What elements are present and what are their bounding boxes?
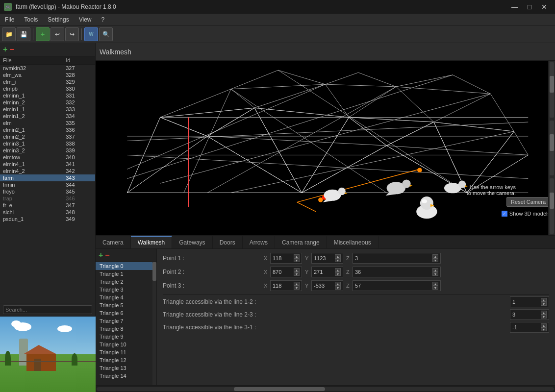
table-row[interactable]: elmin1_1333 <box>0 106 95 113</box>
table-row[interactable]: elmin3_1338 <box>0 140 95 147</box>
menu-settings[interactable]: Settings <box>43 14 74 25</box>
table-row[interactable]: frmin344 <box>0 181 95 188</box>
maximize-button[interactable]: □ <box>523 0 536 14</box>
tab-camera[interactable]: Camera <box>96 236 131 248</box>
show-3d-checkbox[interactable]: ✓ <box>502 211 507 217</box>
list-item[interactable]: Triangle 0 <box>96 262 152 270</box>
show-3d-checkbox-container[interactable]: ✓ Show 3D models <box>502 211 550 217</box>
list-item[interactable]: Triangle 14 <box>96 372 152 380</box>
tab-arrows[interactable]: Arrows <box>243 236 275 248</box>
accessible-12-spinners[interactable]: ▲ ▼ <box>541 298 547 306</box>
table-row[interactable]: elmin2_2337 <box>0 133 95 140</box>
table-row[interactable]: elm_wa328 <box>0 72 95 78</box>
close-button[interactable]: ✕ <box>537 0 551 14</box>
add-file-button[interactable]: + <box>3 45 7 54</box>
point2-x-up[interactable]: ▲ <box>294 268 300 272</box>
search-button[interactable]: W <box>84 27 98 41</box>
point3-x-down[interactable]: ▼ <box>294 286 300 290</box>
point1-x-down[interactable]: ▼ <box>294 258 300 262</box>
point3-x-spinners[interactable]: ▲ ▼ <box>294 282 300 290</box>
accessible-23-value[interactable]: 3 ▲ ▼ <box>510 309 549 320</box>
table-row[interactable]: elm_i329 <box>0 78 95 85</box>
point1-z-input[interactable]: 3 ▲ ▼ <box>353 253 441 264</box>
list-item[interactable]: Triangle 4 <box>96 294 152 301</box>
point1-y-input[interactable]: 1123 ▲ ▼ <box>311 253 343 264</box>
accessible-23-up[interactable]: ▲ <box>541 311 547 315</box>
table-row[interactable]: elmin1_2334 <box>0 113 95 120</box>
list-item[interactable]: Triangle 6 <box>96 309 152 317</box>
menu-view[interactable]: View <box>74 14 97 25</box>
table-row[interactable]: sichi348 <box>0 209 95 216</box>
table-row[interactable]: elm335 <box>0 120 95 126</box>
minimize-button[interactable]: — <box>508 0 522 14</box>
menu-file[interactable]: File <box>0 14 19 25</box>
horizontal-scrollbar[interactable] <box>96 385 555 392</box>
vscroll-2[interactable] <box>550 121 554 176</box>
list-item[interactable]: Triangle 11 <box>96 348 152 356</box>
point3-z-spinners[interactable]: ▲ ▼ <box>432 282 438 290</box>
titlebar-controls[interactable]: — □ ✕ <box>508 0 551 14</box>
edit-button[interactable]: + <box>36 27 50 41</box>
table-row[interactable]: elminn_2332 <box>0 99 95 106</box>
remove-file-button[interactable]: − <box>9 45 14 54</box>
add-triangle-button[interactable]: + <box>99 251 103 260</box>
redo-button[interactable]: ↪ <box>65 27 79 41</box>
point2-y-up[interactable]: ▲ <box>335 268 341 272</box>
point2-x-input[interactable]: 870 ▲ ▼ <box>270 267 302 277</box>
list-item[interactable]: Triangle 8 <box>96 325 152 333</box>
point3-x-up[interactable]: ▲ <box>294 282 300 286</box>
list-item[interactable]: Triangle 12 <box>96 356 152 364</box>
point1-z-down[interactable]: ▼ <box>432 258 438 262</box>
point2-z-spinners[interactable]: ▲ ▼ <box>432 268 438 276</box>
point1-z-up[interactable]: ▲ <box>432 254 438 258</box>
search-input[interactable] <box>3 305 92 314</box>
list-item[interactable]: Triangle 1 <box>96 270 152 278</box>
point2-y-spinners[interactable]: ▲ ▼ <box>335 268 341 276</box>
viewport[interactable]: Use the arrow keys to move the camera. R… <box>96 61 555 235</box>
point1-x-input[interactable]: 118 ▲ ▼ <box>270 253 302 264</box>
list-item[interactable]: Triangle 7 <box>96 317 152 325</box>
save-button[interactable]: 💾 <box>17 27 30 41</box>
table-row[interactable]: elmtow340 <box>0 154 95 161</box>
point3-y-spinners[interactable]: ▲ ▼ <box>335 282 341 290</box>
table-row[interactable]: frcyo345 <box>0 188 95 195</box>
table-row[interactable]: elmin2_1336 <box>0 126 95 133</box>
point2-z-input[interactable]: 36 ▲ ▼ <box>353 267 441 277</box>
table-row[interactable]: farm343 <box>0 174 95 181</box>
point1-z-spinners[interactable]: ▲ ▼ <box>432 254 438 262</box>
vscroll-1[interactable] <box>550 62 554 118</box>
table-row[interactable]: psdun_1349 <box>0 216 95 222</box>
point2-z-down[interactable]: ▼ <box>432 272 438 276</box>
zoom-button[interactable]: 🔍 <box>99 27 113 41</box>
point2-z-up[interactable]: ▲ <box>432 268 438 272</box>
table-row[interactable]: elmpb330 <box>0 85 95 92</box>
list-item[interactable]: Triangle 13 <box>96 364 152 372</box>
accessible-23-spinners[interactable]: ▲ ▼ <box>541 311 547 318</box>
point3-y-up[interactable]: ▲ <box>335 282 341 286</box>
tab-gateways[interactable]: Gateways <box>172 236 212 248</box>
tab-camera-range[interactable]: Camera range <box>275 236 327 248</box>
list-item[interactable]: Triangle 5 <box>96 301 152 309</box>
accessible-31-down[interactable]: ▼ <box>541 327 547 331</box>
list-item[interactable]: Triangle 10 <box>96 341 152 348</box>
vscroll-3[interactable] <box>550 178 554 234</box>
tab-miscellaneous[interactable]: Miscellaneous <box>327 236 378 248</box>
point3-z-up[interactable]: ▲ <box>432 282 438 286</box>
point2-y-input[interactable]: 271 ▲ ▼ <box>311 267 343 277</box>
table-row[interactable]: fr_e347 <box>0 202 95 209</box>
table-row[interactable]: trap346 <box>0 195 95 202</box>
accessible-12-down[interactable]: ▼ <box>541 302 547 306</box>
point3-z-input[interactable]: 57 ▲ ▼ <box>353 280 441 291</box>
triangle-scrollbar[interactable] <box>152 262 156 385</box>
table-row[interactable]: elmin3_2339 <box>0 147 95 154</box>
table-row[interactable]: elmin4_2342 <box>0 168 95 174</box>
point1-y-spinners[interactable]: ▲ ▼ <box>335 254 341 262</box>
remove-triangle-button[interactable]: − <box>105 251 109 260</box>
accessible-12-value[interactable]: 1 ▲ ▼ <box>510 296 549 307</box>
point3-x-input[interactable]: 118 ▲ ▼ <box>270 280 302 291</box>
table-row[interactable]: elminn_1331 <box>0 92 95 99</box>
tab-doors[interactable]: Doors <box>213 236 243 248</box>
point3-y-down[interactable]: ▼ <box>335 286 341 290</box>
table-row[interactable]: nvmkin32327 <box>0 65 95 72</box>
menu-tools[interactable]: Tools <box>19 14 43 25</box>
